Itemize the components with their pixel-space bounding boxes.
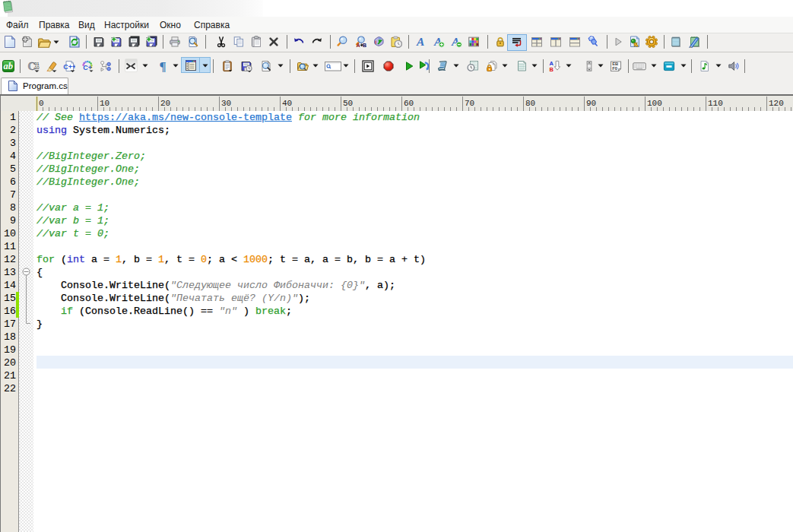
svg-text:40: 40 <box>282 99 292 108</box>
svg-text:B: B <box>363 43 366 48</box>
svg-text:20: 20 <box>160 99 170 108</box>
svg-text:100: 100 <box>647 99 662 108</box>
svg-text:B: B <box>550 66 554 72</box>
svg-text:A: A <box>416 36 424 48</box>
svg-text:80: 80 <box>525 99 535 108</box>
svg-text:120: 120 <box>769 99 784 108</box>
svg-text:70: 70 <box>465 99 474 108</box>
svg-text:90: 90 <box>586 99 596 108</box>
svg-text:ab: ab <box>4 61 14 71</box>
svg-text:10: 10 <box>100 99 109 108</box>
svg-text:60: 60 <box>404 99 414 108</box>
svg-text:F0: F0 <box>612 66 617 71</box>
svg-text:C++: C++ <box>63 63 75 71</box>
svg-text:0: 0 <box>39 99 44 108</box>
svg-text:30: 30 <box>221 99 231 108</box>
svg-text:50: 50 <box>343 99 353 108</box>
svg-text:110: 110 <box>708 99 723 108</box>
svg-text:A: A <box>357 43 360 48</box>
svg-text:¶: ¶ <box>160 60 167 72</box>
svg-text:10: 10 <box>35 65 40 70</box>
